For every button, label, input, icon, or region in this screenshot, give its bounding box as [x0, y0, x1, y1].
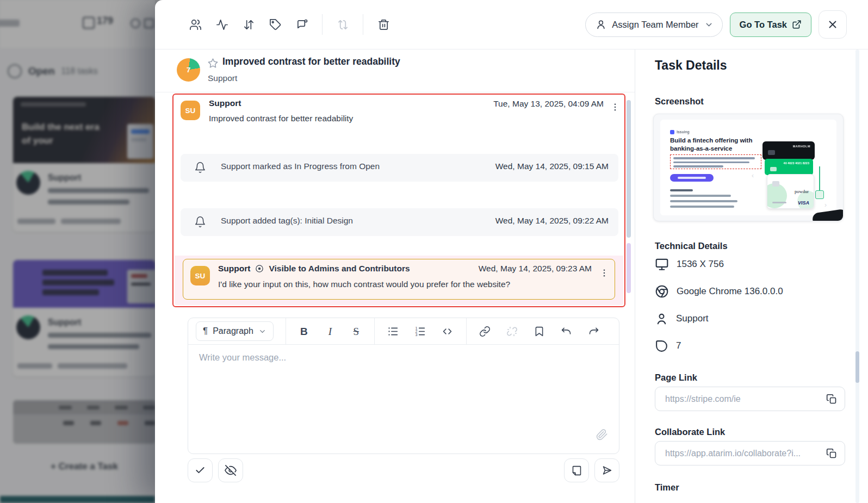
card-chip [772, 181, 779, 187]
unlink-icon[interactable] [506, 325, 519, 338]
tag-icon[interactable] [269, 18, 282, 31]
card-brand: powdur [795, 189, 809, 194]
send-button[interactable] [594, 458, 619, 482]
app-root: 179 Open 118 tasks Build the next era of… [0, 0, 868, 503]
task-main-column: 7 Improved contrast for better readabili… [155, 49, 635, 503]
assign-users-icon[interactable] [189, 18, 202, 31]
move-task-icon[interactable] [336, 18, 349, 31]
copy-icon [826, 448, 837, 459]
resolution-value: 1536 X 756 [677, 259, 724, 270]
carousel-right-icon: › [824, 201, 827, 209]
task-details-sidebar: Task Details Screenshot Issuing Build a … [635, 49, 868, 503]
monitor-icon [655, 257, 669, 271]
code-icon[interactable] [441, 325, 454, 338]
redo-icon[interactable] [587, 325, 600, 338]
pilcrow-icon: ¶ [203, 326, 208, 337]
comment-menu-icon[interactable] [609, 101, 621, 113]
page-link-field [655, 387, 845, 411]
toolbar-divider [374, 318, 375, 344]
comment-author: Support [209, 98, 241, 108]
task-highlight-outline [670, 154, 761, 169]
go-to-task-button[interactable]: Go To Task [730, 13, 811, 37]
mark-complete-button[interactable] [188, 458, 213, 482]
page-link-label: Page Link [655, 372, 697, 383]
note-button[interactable] [564, 458, 589, 482]
sort-order-icon[interactable] [242, 18, 255, 31]
resolution-row: 1536 X 756 [655, 256, 724, 272]
connector-line [819, 166, 820, 190]
comment-author: Support [218, 264, 250, 274]
badge-label: Issuing [677, 129, 690, 134]
event-timestamp: Wed, May 14, 2025, 09:22 AM [495, 216, 609, 226]
collaborate-link-field [655, 441, 845, 465]
screenshot-green-card: 40 4023 4021 8223 [765, 159, 813, 175]
screenshot-heading: Build a fintech offering with banking-as… [670, 136, 758, 153]
task-screenshot-thumbnail[interactable]: Issuing Build a fintech offering with ba… [653, 114, 844, 221]
collaborate-link-input[interactable] [664, 448, 821, 459]
page-link-input[interactable] [664, 394, 821, 405]
modal-header: Assign Team Member Go To Task [155, 0, 868, 49]
highlighted-comment-zone: SU Support Visible to Admins and Contrib… [175, 256, 623, 305]
star-icon[interactable] [207, 58, 219, 69]
editor-body [188, 345, 619, 455]
screenshot-white-card: powdur VISA [767, 174, 814, 209]
feed-scrollbar-marker[interactable] [627, 243, 631, 293]
assign-team-member-dropdown[interactable]: Assign Team Member [585, 13, 722, 37]
task-number-row: 7 [655, 338, 681, 354]
bookmark-icon[interactable] [533, 325, 546, 338]
send-icon [601, 464, 613, 476]
modal-backdrop-overlay[interactable] [0, 0, 155, 503]
link-icon[interactable] [479, 325, 492, 338]
chevron-down-icon [704, 20, 714, 29]
comment-visibility: Visible to Admins and Contributors [269, 264, 410, 274]
sidebar-scrollbar[interactable] [855, 49, 859, 503]
feed-scrollbar-thumb[interactable] [627, 100, 631, 238]
paragraph-label: Paragraph [213, 326, 253, 336]
blurred-text-line [673, 162, 749, 164]
timer-label: Timer [655, 482, 679, 493]
technical-details-label: Technical Details [655, 241, 728, 251]
card-chip [770, 167, 777, 171]
screenshot-page-panel: Issuing Build a fintech offering with ba… [660, 120, 836, 215]
status-change-event: Support marked as In Progress from Open … [181, 154, 618, 182]
ordered-list-icon[interactable]: 123 [414, 325, 427, 338]
card-bank-name: MARHOLM [793, 145, 810, 148]
delete-task-icon[interactable] [377, 18, 390, 31]
copy-page-link-button[interactable] [826, 394, 837, 405]
close-icon [827, 18, 839, 30]
sidebar-scrollbar-thumb[interactable] [855, 351, 859, 383]
attachment-icon[interactable] [596, 429, 608, 440]
bold-icon[interactable]: B [298, 325, 310, 338]
toolbar-divider [322, 14, 323, 35]
message-input[interactable] [188, 345, 619, 426]
collaborate-link-label: Collaborate Link [655, 427, 725, 437]
event-text: Support marked as In Progress from Open [221, 162, 380, 171]
highlighted-comment: SU Support Visible to Admins and Contrib… [183, 259, 615, 300]
browser-value: Google Chrome 136.0.0.0 [677, 286, 783, 297]
blurred-text-line [670, 189, 693, 191]
chevron-down-icon [258, 327, 266, 336]
comment-flag-icon[interactable] [295, 18, 308, 31]
comment-text: Improved contrast for better readability [209, 114, 353, 123]
visa-logo: VISA [798, 200, 809, 206]
internal-note-visibility-button[interactable] [218, 458, 243, 482]
italic-icon[interactable]: I [324, 325, 336, 338]
strikethrough-icon[interactable]: S [350, 325, 362, 338]
chrome-icon [655, 284, 669, 299]
bullet-list-icon[interactable] [387, 325, 400, 338]
badge-icon [670, 130, 674, 134]
feature-list [670, 189, 737, 211]
activity-icon[interactable] [215, 18, 228, 31]
check-icon [195, 465, 206, 476]
close-modal-button[interactable] [819, 10, 847, 39]
comment-text: I'd like your input on this, how much co… [218, 280, 510, 289]
task-title: Improved contrast for better readability [222, 56, 400, 67]
paragraph-format-dropdown[interactable]: ¶ Paragraph [196, 321, 274, 341]
screenshot-black-card: MARHOLM [762, 141, 815, 160]
background-task-board: 179 Open 118 tasks Build the next era of… [0, 0, 155, 503]
undo-icon[interactable] [560, 325, 573, 338]
activity-feed: SU Support Improved contrast for better … [172, 94, 625, 307]
copy-collaborate-link-button[interactable] [826, 448, 837, 459]
comment-menu-icon[interactable] [598, 267, 610, 279]
message-editor: ¶ Paragraph B I S 123 [188, 318, 619, 454]
